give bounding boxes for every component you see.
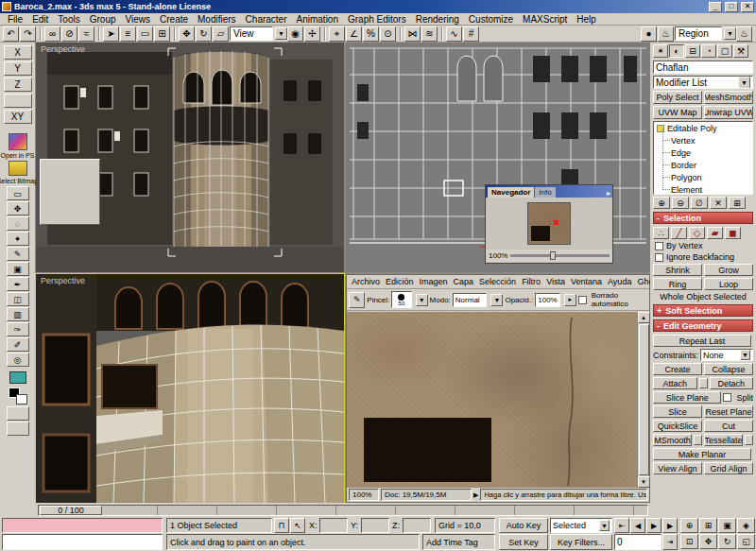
tab-create-icon[interactable]: ✶ <box>653 44 668 58</box>
select-object-icon[interactable]: ➤ <box>103 26 119 42</box>
menu-tools[interactable]: Tools <box>53 14 84 25</box>
quickslice-button[interactable]: QuickSlice <box>653 420 702 432</box>
blend-mode-dropdown[interactable]: Normal <box>453 293 488 307</box>
y-coordinate-field[interactable] <box>361 518 389 533</box>
modifier-list-dropdown[interactable]: Modifier List ▼ <box>653 76 753 89</box>
msmooth-button[interactable]: MSmooth <box>653 434 692 446</box>
floating-toolbar-panel[interactable] <box>40 159 100 225</box>
paint-menu-archivo[interactable]: Archivo <box>349 277 383 286</box>
arrow-right-icon[interactable]: ▸ <box>564 294 576 306</box>
undo-icon[interactable]: ↶ <box>3 26 19 42</box>
paint-menu-capa[interactable]: Capa <box>451 277 477 286</box>
repeat-last-button[interactable]: Repeat Last <box>653 335 751 347</box>
menu-create[interactable]: Create <box>155 14 193 25</box>
rollout-edit-geometry[interactable]: - Edit Geometry <box>653 319 753 332</box>
menu-file[interactable]: File <box>3 14 27 25</box>
marquee-tool-icon[interactable]: ▭ <box>7 186 29 200</box>
brush-preview[interactable]: 50 <box>391 291 411 308</box>
constraints-dropdown[interactable]: None▼ <box>700 349 753 361</box>
chevron-down-icon[interactable]: ▼ <box>416 294 428 306</box>
key-mode-dropdown[interactable]: Selected ▼ <box>550 518 612 533</box>
maxscript-listener-pane[interactable] <box>2 534 163 550</box>
align-icon[interactable]: ≋ <box>421 26 438 42</box>
chevron-down-icon[interactable]: ▼ <box>738 77 750 89</box>
foreground-background-swatch[interactable] <box>9 387 27 405</box>
minimize-button[interactable]: _ <box>709 2 722 12</box>
paint-menu-ventana[interactable]: Ventana <box>568 277 605 286</box>
lasso-tool-icon[interactable]: ◌ <box>7 216 29 231</box>
menu-character[interactable]: Character <box>241 14 292 25</box>
percent-snap-icon[interactable]: % <box>363 26 379 42</box>
add-time-tag-field[interactable]: Add Time Tag <box>422 534 495 550</box>
zoom-extents-icon[interactable]: ▣ <box>718 518 736 533</box>
auto-key-button[interactable]: Auto Key <box>499 518 548 533</box>
menu-help[interactable]: Help <box>572 14 601 25</box>
viewport-perspective-bottom[interactable]: Perspective <box>36 274 344 503</box>
viewport-label[interactable]: Perspective <box>41 276 85 285</box>
go-to-end-icon[interactable]: ⇥ <box>662 534 678 550</box>
object-name-field[interactable]: Chaflan <box>653 60 753 74</box>
screen-mode-icon[interactable] <box>7 422 29 436</box>
navigator-zoom-slider[interactable] <box>510 254 610 257</box>
grow-button[interactable]: Grow <box>704 264 753 276</box>
tab-motion-icon[interactable]: ◔ <box>701 44 716 58</box>
zoom-tool-icon[interactable]: ◎ <box>7 353 29 367</box>
subobject-element-icon[interactable]: ◼ <box>725 227 741 239</box>
chevron-down-icon[interactable]: ▼ <box>490 294 503 306</box>
navigator-thumbnail[interactable] <box>527 202 571 245</box>
close-button[interactable]: ✕ <box>741 2 754 12</box>
curve-editor-icon[interactable]: ∿ <box>446 26 462 42</box>
tab-utilities-icon[interactable]: ⚒ <box>733 44 748 58</box>
zoom-all-icon[interactable]: ⊞ <box>699 518 717 533</box>
grid-align-button[interactable]: Grid Align <box>704 462 753 474</box>
gradient-tool-icon[interactable]: ▥ <box>7 307 29 321</box>
paint-menu-vista[interactable]: Vista <box>543 277 568 286</box>
paint-menu-seleccion[interactable]: Selección <box>476 277 519 286</box>
paint-menu-filtro[interactable]: Filtro <box>519 277 543 286</box>
color-swatch[interactable] <box>9 371 26 384</box>
x-coordinate-field[interactable] <box>319 518 348 533</box>
by-vertex-checkbox[interactable]: By Vertex <box>655 241 751 250</box>
brush-tool-icon[interactable]: ✎ <box>349 292 365 308</box>
tab-modify-icon[interactable]: ◐ <box>669 44 684 58</box>
eraser-tool-icon[interactable]: ◫ <box>7 292 29 306</box>
paint-canvas[interactable] <box>347 312 637 488</box>
menu-views[interactable]: Views <box>121 14 156 25</box>
window-crossing-icon[interactable]: ⊞ <box>154 26 170 42</box>
palette-menu-icon[interactable]: ▸ <box>607 189 610 198</box>
reset-plane-button[interactable]: Reset Plane <box>704 405 753 418</box>
menu-rendering[interactable]: Rendering <box>411 14 464 25</box>
maximize-button[interactable]: □ <box>725 2 738 12</box>
bind-spacewarp-icon[interactable]: ≈ <box>78 26 94 42</box>
tab-info[interactable]: Info <box>535 187 555 198</box>
menu-graph-editors[interactable]: Graph Editors <box>343 14 411 25</box>
uvw-map-button[interactable]: UVW Map <box>653 106 702 119</box>
shrink-button[interactable]: Shrink <box>653 264 702 276</box>
tab-hierarchy-icon[interactable]: ⊟ <box>685 44 700 58</box>
chevron-down-icon[interactable]: ▼ <box>599 520 610 531</box>
make-planar-button[interactable]: Make Planar <box>653 448 751 460</box>
detach-button[interactable]: Detach <box>710 377 754 389</box>
subobject-vertex-icon[interactable]: ∴ <box>653 227 669 239</box>
play-animation-icon[interactable]: ▶ <box>646 518 662 533</box>
navigator-title-bar[interactable]: Navegador Info ▸ <box>486 185 612 198</box>
attach-button[interactable]: Attach <box>653 377 697 389</box>
move-tool-icon[interactable]: ✥ <box>7 201 29 215</box>
tessellate-button[interactable]: Tessellate <box>704 434 743 446</box>
menu-group[interactable]: Group <box>85 14 121 25</box>
select-rotate-icon[interactable]: ↻ <box>196 26 212 42</box>
macro-recorder-pane[interactable] <box>2 518 163 533</box>
axis-x-button[interactable]: X <box>4 45 32 60</box>
select-manipulate-icon[interactable]: ✢ <box>304 26 320 42</box>
canvas-vertical-scrollbar[interactable]: ▲ ▼ <box>637 312 649 488</box>
select-scale-icon[interactable]: ▱ <box>213 26 229 42</box>
next-frame-icon[interactable]: ▶ <box>662 518 678 533</box>
snap-toggle-icon[interactable]: ⌖ <box>329 26 345 42</box>
absolute-offset-mode-icon[interactable]: ↖ <box>290 518 305 533</box>
tab-navegador[interactable]: Navegador <box>488 187 534 198</box>
select-by-name-icon[interactable]: ≡ <box>120 26 136 42</box>
pan-icon[interactable]: ✥ <box>699 534 717 549</box>
timeline-track[interactable]: 0 / 100 <box>38 505 648 516</box>
zoom-extents-all-icon[interactable]: ◈ <box>737 518 755 533</box>
menu-animation[interactable]: Animation <box>292 14 343 25</box>
